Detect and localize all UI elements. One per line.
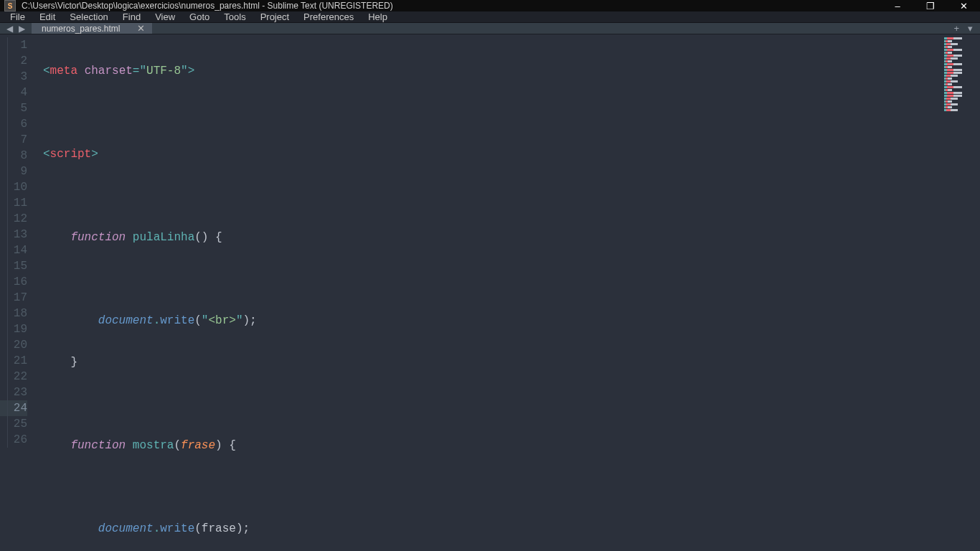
minimap[interactable] — [943, 36, 977, 115]
menu-edit[interactable]: Edit — [32, 11, 62, 22]
line-gutter: 1234567891011121314151617181920212223242… — [0, 34, 36, 551]
menu-file[interactable]: File — [3, 11, 32, 22]
window-title: C:\Users\Victor\Desktop\logica\exercicio… — [22, 1, 881, 11]
minimize-button[interactable]: – — [881, 0, 914, 11]
menu-tools[interactable]: Tools — [217, 11, 253, 22]
window-controls: – ❐ ✕ — [881, 0, 980, 11]
file-tab-label: numeros_pares.html — [42, 24, 120, 34]
close-tab-icon[interactable]: ✕ — [137, 23, 145, 34]
menu-help[interactable]: Help — [361, 11, 395, 22]
tab-bar: ◀ ▶ numeros_pares.html ✕ + ▾ — [0, 23, 980, 34]
nav-back-icon[interactable]: ◀ — [4, 24, 15, 34]
close-button[interactable]: ✕ — [947, 0, 980, 11]
menu-preferences[interactable]: Preferences — [296, 11, 361, 22]
new-tab-icon[interactable]: + — [953, 23, 959, 34]
menu-view[interactable]: View — [148, 11, 182, 22]
file-tab[interactable]: numeros_pares.html ✕ — [32, 23, 152, 34]
indent-guide — [7, 37, 8, 448]
menu-find[interactable]: Find — [116, 11, 148, 22]
window-titlebar: S C:\Users\Victor\Desktop\logica\exercic… — [0, 0, 980, 11]
tab-dropdown-icon[interactable]: ▾ — [968, 23, 973, 34]
menu-project[interactable]: Project — [253, 11, 296, 22]
nav-forward-icon[interactable]: ▶ — [17, 24, 27, 34]
tab-history-nav: ◀ ▶ — [0, 23, 32, 34]
menu-selection[interactable]: Selection — [62, 11, 115, 22]
menu-bar: File Edit Selection Find View Goto Tools… — [0, 11, 980, 23]
code-editor[interactable]: 1234567891011121314151617181920212223242… — [0, 34, 980, 551]
app-icon: S — [4, 0, 16, 11]
maximize-button[interactable]: ❐ — [914, 0, 947, 11]
code-area[interactable]: <meta charset="UTF-8"> <script> function… — [36, 34, 980, 551]
menu-goto[interactable]: Goto — [182, 11, 217, 22]
